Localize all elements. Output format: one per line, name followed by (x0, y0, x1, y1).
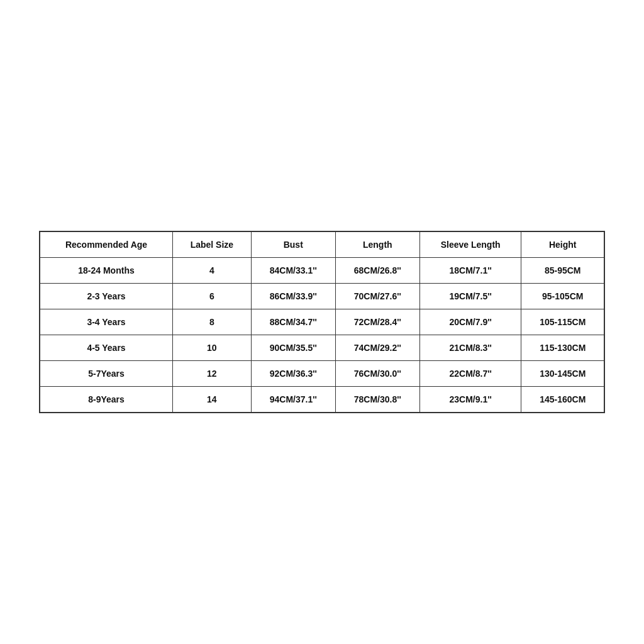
cell-label-size: 10 (173, 335, 252, 361)
cell-height: 95-105CM (521, 284, 604, 309)
cell-length: 70CM/27.6'' (335, 284, 419, 309)
table-header-row: Recommended Age Label Size Bust Length S… (40, 231, 604, 258)
cell-length: 78CM/30.8'' (335, 387, 419, 413)
cell-label-size: 8 (173, 309, 252, 335)
cell-length: 68CM/26.8'' (335, 258, 419, 284)
table-row: 8-9Years1494CM/37.1''78CM/30.8''23CM/9.1… (40, 387, 604, 413)
size-chart-container: Recommended Age Label Size Bust Length S… (39, 231, 605, 413)
cell-sleeve-length: 19CM/7.5'' (419, 284, 521, 309)
cell-height: 115-130CM (521, 335, 604, 361)
cell-age: 3-4 Years (40, 309, 173, 335)
cell-length: 74CM/29.2'' (335, 335, 419, 361)
cell-length: 72CM/28.4'' (335, 309, 419, 335)
cell-height: 105-115CM (521, 309, 604, 335)
cell-label-size: 12 (173, 361, 252, 387)
size-chart-table: Recommended Age Label Size Bust Length S… (39, 231, 605, 413)
cell-bust: 94CM/37.1'' (251, 387, 335, 413)
cell-bust: 90CM/35.5'' (251, 335, 335, 361)
cell-age: 8-9Years (40, 387, 173, 413)
cell-sleeve-length: 22CM/8.7'' (419, 361, 521, 387)
table-row: 5-7Years1292CM/36.3''76CM/30.0''22CM/8.7… (40, 361, 604, 387)
cell-age: 5-7Years (40, 361, 173, 387)
table-row: 4-5 Years1090CM/35.5''74CM/29.2''21CM/8.… (40, 335, 604, 361)
cell-age: 18-24 Months (40, 258, 173, 284)
table-row: 18-24 Months484CM/33.1''68CM/26.8''18CM/… (40, 258, 604, 284)
table-row: 2-3 Years686CM/33.9''70CM/27.6''19CM/7.5… (40, 284, 604, 309)
cell-sleeve-length: 20CM/7.9'' (419, 309, 521, 335)
cell-height: 145-160CM (521, 387, 604, 413)
cell-height: 130-145CM (521, 361, 604, 387)
cell-label-size: 14 (173, 387, 252, 413)
cell-bust: 88CM/34.7'' (251, 309, 335, 335)
col-header-sleeve-length: Sleeve Length (419, 231, 521, 258)
cell-bust: 92CM/36.3'' (251, 361, 335, 387)
cell-height: 85-95CM (521, 258, 604, 284)
col-header-age: Recommended Age (40, 231, 173, 258)
col-header-length: Length (335, 231, 419, 258)
cell-sleeve-length: 18CM/7.1'' (419, 258, 521, 284)
cell-sleeve-length: 21CM/8.3'' (419, 335, 521, 361)
col-header-label-size: Label Size (173, 231, 252, 258)
cell-age: 2-3 Years (40, 284, 173, 309)
cell-label-size: 4 (173, 258, 252, 284)
table-row: 3-4 Years888CM/34.7''72CM/28.4''20CM/7.9… (40, 309, 604, 335)
cell-bust: 84CM/33.1'' (251, 258, 335, 284)
col-header-height: Height (521, 231, 604, 258)
cell-bust: 86CM/33.9'' (251, 284, 335, 309)
cell-age: 4-5 Years (40, 335, 173, 361)
cell-label-size: 6 (173, 284, 252, 309)
col-header-bust: Bust (251, 231, 335, 258)
cell-sleeve-length: 23CM/9.1'' (419, 387, 521, 413)
cell-length: 76CM/30.0'' (335, 361, 419, 387)
